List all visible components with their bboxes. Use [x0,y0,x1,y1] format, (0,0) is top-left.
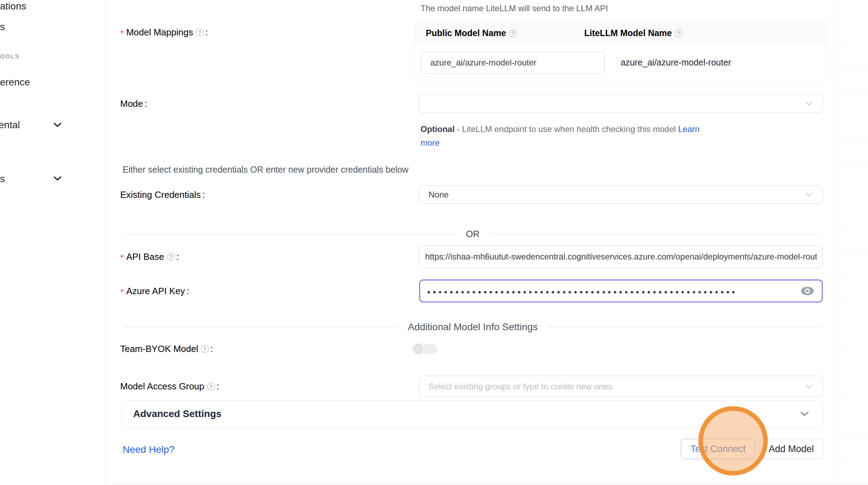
model-access-group-label: Model Access Group ? : [120,381,219,392]
need-help-link[interactable]: Need Help? [123,444,175,455]
advanced-settings-title: Advanced Settings [133,408,221,420]
sidebar-item-api-reference[interactable]: erence [0,77,30,88]
mode-select[interactable] [419,95,823,113]
test-connect-button[interactable]: Test Connect [681,439,755,459]
sidebar-item-settings[interactable]: s [0,173,5,185]
chevron-down-icon [806,384,813,389]
azure-api-key-input[interactable]: ••••••••••••••••••••••••••••••••••••••••… [419,279,823,303]
table-header-row: Public Model Name ? LiteLLM Model Name ? [415,22,827,45]
required-asterisk: * [120,285,124,298]
sidebar-section-tools: TOOLS [0,53,20,60]
required-asterisk: * [120,26,124,39]
sidebar-item-users[interactable]: s [0,21,5,33]
api-base-label: * API Base ? : [120,250,179,263]
existing-credentials-label: Existing Credentials: [120,189,205,200]
team-byok-toggle[interactable] [413,344,437,354]
eye-icon[interactable] [801,286,814,296]
chevron-down-icon [800,411,809,416]
background-table-strip [839,0,868,483]
advanced-settings-panel[interactable]: Advanced Settings [122,400,824,428]
litellm-model-name-value: azure_ai/azure-model-router [621,45,731,80]
required-asterisk: * [120,250,124,263]
mode-label: Mode: [120,98,147,109]
learn-more-link[interactable]: more [421,138,440,147]
help-circle-icon[interactable]: ? [196,28,204,36]
existing-credentials-select[interactable]: None [419,186,823,204]
sidebar: ations s TOOLS erence ental s [0,0,106,485]
chevron-down-icon [806,193,813,197]
col-litellm-model-name: LiteLLM Model Name ? [584,28,682,38]
azure-api-key-label: * Azure API Key : [120,285,189,298]
help-circle-icon[interactable]: ? [201,345,209,353]
toggle-handle [412,342,425,355]
api-base-input[interactable]: https://ishaa-mh6uutut-swedencentral.cog… [419,245,823,268]
container-bottom-border [106,483,868,484]
public-model-name-input[interactable]: azure_ai/azure-model-router [421,52,605,74]
sidebar-item-experimental[interactable]: ental [0,119,20,131]
add-model-form: The model name LiteLLM will send to the … [106,0,868,485]
help-circle-icon[interactable]: ? [207,382,215,390]
chevron-down-icon [806,102,813,106]
model-mappings-label: * Model Mappings ? : [120,26,208,39]
column-divider [609,28,609,39]
or-divider: OR [123,229,823,240]
chevron-down-icon[interactable] [54,176,61,181]
help-circle-icon[interactable]: ? [675,29,682,37]
add-model-button[interactable]: Add Model [760,439,823,459]
mode-hint: Optional - LiteLLM endpoint to use when … [421,122,827,150]
team-byok-label: Team-BYOK Model ? : [120,344,213,354]
model-access-group-select[interactable]: Select existing groups or type to create… [419,376,823,397]
credentials-intro: Either select existing credentials OR en… [123,165,409,175]
model-mappings-table: Public Model Name ? LiteLLM Model Name ?… [415,21,827,81]
learn-more-link[interactable]: Learn [678,124,699,134]
table-body-row: azure_ai/azure-model-router azure_ai/azu… [415,45,827,80]
container-right-border [838,0,839,483]
col-public-model-name: Public Model Name ? [426,28,517,38]
help-circle-icon[interactable]: ? [167,253,175,261]
additional-settings-divider: Additional Model Info Settings [123,321,823,333]
litellm-model-name-helper: The model name LiteLLM will send to the … [421,4,608,13]
chevron-down-icon[interactable] [54,123,61,127]
masked-password: ••••••••••••••••••••••••••••••••••••••••… [427,285,764,298]
sidebar-item-organizations[interactable]: ations [0,1,26,12]
help-circle-icon[interactable]: ? [509,29,517,37]
